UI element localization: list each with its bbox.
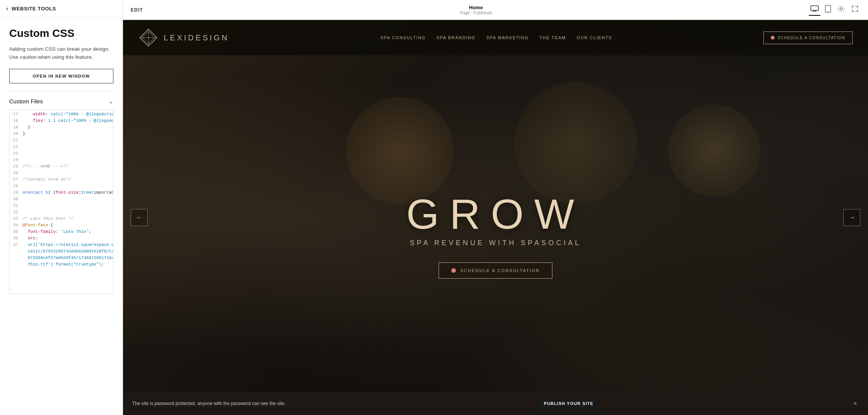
hero-title: GROW [406, 193, 585, 235]
svg-point-5 [828, 11, 828, 12]
code-line-25: 25 /*<--- HOME --->*/ [10, 164, 113, 170]
line-number [10, 262, 23, 268]
code-line-40: Thin.ttf') format("truetype"); [10, 262, 113, 268]
line-number: 29 [10, 190, 23, 196]
code-line-20: 20 } [10, 131, 113, 138]
code-editor[interactable]: 17 width: calc(~"100% - @{logoActionSize… [9, 110, 113, 294]
panel-description: Adding custom CSS can break your design.… [9, 45, 113, 61]
custom-files-section: Custom Files ⌄ 17 width: calc(~"100% - @… [9, 91, 113, 294]
line-code: #contact h2 {font-size:2rem!important} [23, 190, 113, 196]
hero-schedule-consultation-button[interactable]: SCHEDULE A CONSULTATION [439, 262, 552, 279]
code-line-29: 29 #contact h2 {font-size:2rem!important… [10, 190, 113, 196]
description-line1: Adding custom CSS can break your design. [9, 46, 110, 52]
code-line-31: 31 [10, 203, 113, 209]
line-code: Thin.ttf') format("truetype"); [23, 262, 104, 268]
edit-button[interactable]: EDIT [131, 7, 143, 13]
line-code: @font-face { [23, 223, 53, 229]
nav-schedule-consultation-button[interactable]: SCHEDULE A CONSULTATION [763, 32, 853, 44]
line-code [23, 203, 25, 209]
next-slide-button[interactable]: → [843, 209, 860, 226]
line-code [23, 158, 25, 163]
hero-content: GROW SPA REVENUE WITH SPASOCIAL SCHEDULE… [123, 55, 868, 415]
line-number: 18 [10, 118, 23, 124]
panel-content: Custom CSS Adding custom CSS can break y… [0, 18, 123, 415]
custom-files-header[interactable]: Custom Files ⌄ [9, 91, 113, 110]
description-line2: Use caution when using this feature. [9, 54, 93, 60]
settings-button[interactable] [836, 3, 846, 16]
right-panel: EDIT Home Page · Published [123, 0, 868, 415]
code-line-26: 26 [10, 170, 113, 177]
open-new-window-button[interactable]: OPEN IN NEW WINDOW [9, 69, 113, 83]
code-line-19: 19 } [10, 124, 113, 131]
preview-controls [809, 3, 860, 16]
line-number: 36 [10, 236, 23, 242]
line-code [23, 210, 25, 216]
code-line-37: 37 url('https://static1.squarespace.com/… [10, 242, 113, 249]
line-number: 34 [10, 223, 23, 229]
line-code: 073358cef27a9626f45/1736872051710/Lato [23, 256, 113, 261]
left-panel: ‹ WEBSITE TOOLS Custom CSS Adding custom… [0, 0, 123, 415]
hero-dot-icon [451, 268, 456, 273]
code-line-39: 073358cef27a9626f45/1736872051710/Lato [10, 255, 113, 262]
tablet-view-button[interactable] [823, 3, 833, 16]
code-line-23: 23 [10, 151, 113, 157]
code-line-17: 17 width: calc(~"100% - @{logoActionSize… [10, 111, 113, 118]
code-line-32: 32 [10, 209, 113, 216]
line-number: 31 [10, 203, 23, 209]
line-code: url('https://static1.squarespace.com/s [23, 242, 113, 248]
line-code: src: [23, 236, 38, 242]
preview-topbar: EDIT Home Page · Published [123, 0, 868, 20]
line-number: 23 [10, 151, 23, 157]
page-status: Page · Published [460, 10, 492, 15]
website-preview: LEXIDESIGN SPA CONSULTING SPA BRANDING S… [123, 20, 868, 415]
svg-rect-0 [811, 6, 818, 10]
password-bar: The site is password protected, anyone w… [123, 392, 868, 415]
line-number: 27 [10, 177, 23, 183]
site-nav: LEXIDESIGN SPA CONSULTING SPA BRANDING S… [123, 20, 868, 55]
desktop-view-button[interactable] [809, 4, 820, 16]
code-line-30: 30 [10, 196, 113, 203]
svg-point-6 [840, 8, 842, 10]
code-line-27: 27 /*Contact Form H2*/ [10, 177, 113, 183]
code-line-34: 34 @font-face { [10, 222, 113, 229]
nav-link-our-clients[interactable]: OUR CLIENTS [577, 35, 612, 40]
line-code: } [23, 125, 30, 131]
panel-title: Custom CSS [9, 27, 113, 40]
back-arrow-icon[interactable]: ‹ [6, 5, 8, 13]
line-code [23, 197, 25, 203]
line-code: } [23, 131, 25, 137]
nav-link-spa-consulting[interactable]: SPA CONSULTING [381, 35, 426, 40]
nav-cta-label: SCHEDULE A CONSULTATION [778, 36, 845, 40]
fullscreen-button[interactable] [850, 3, 860, 16]
line-code: /* Lato Thin Font */ [23, 216, 73, 222]
previous-slide-button[interactable]: ← [131, 209, 148, 226]
code-line-35: 35 font-family: 'Lato Thin'; [10, 229, 113, 236]
nav-link-spa-marketing[interactable]: SPA MARKETING [486, 35, 529, 40]
password-message: The site is password protected, anyone w… [132, 401, 286, 406]
nav-link-spa-branding[interactable]: SPA BRANDING [437, 35, 476, 40]
line-code: font-family: 'Lato Thin'; [23, 229, 91, 235]
code-line-21: 21 [10, 138, 113, 144]
line-code [23, 138, 25, 144]
website-tools-label[interactable]: WEBSITE TOOLS [12, 6, 56, 12]
line-number [10, 249, 23, 255]
code-line-38: tatic/67522265742a5bb20dd7e10f8/t/67869 [10, 249, 113, 255]
nav-dot-icon [771, 36, 775, 40]
line-code [23, 144, 25, 150]
close-password-bar-button[interactable]: × [851, 398, 859, 409]
preview-page-info: Home Page · Published [460, 5, 492, 15]
publish-your-site-button[interactable]: PUBLISH YOUR SITE [537, 397, 600, 410]
code-line-18: 18 flex: 1 1 calc(~"100% - @{logoActionS… [10, 118, 113, 124]
hero-subtitle: SPA REVENUE WITH SPASOCIAL [410, 239, 581, 247]
line-code: /*<--- HOME --->*/ [23, 164, 68, 170]
nav-link-the-team[interactable]: THE TEAM [540, 35, 566, 40]
line-code [23, 184, 25, 189]
line-number: 19 [10, 125, 23, 131]
custom-files-title: Custom Files [9, 98, 43, 105]
line-number: 26 [10, 171, 23, 176]
line-number: 35 [10, 229, 23, 235]
line-number: 20 [10, 131, 23, 137]
line-number: 33 [10, 216, 23, 222]
site-nav-links: SPA CONSULTING SPA BRANDING SPA MARKETIN… [381, 35, 612, 40]
site-logo: LEXIDESIGN [138, 28, 229, 48]
